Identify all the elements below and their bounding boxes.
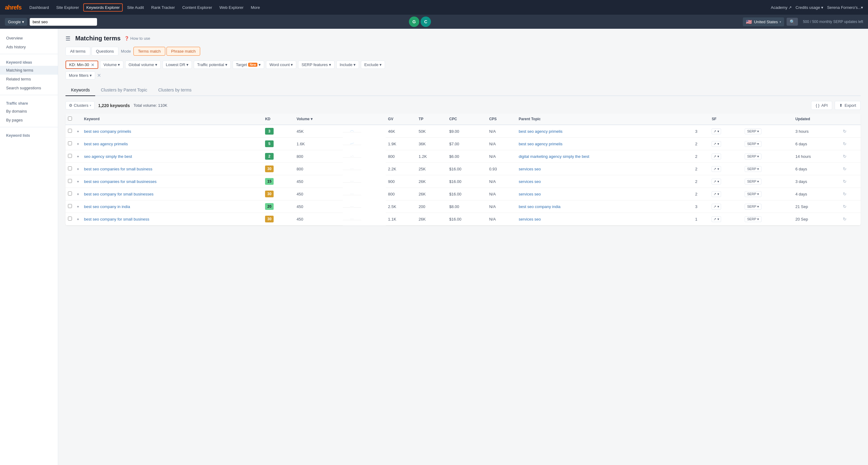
trend-btn-3[interactable]: ↗ ▾ bbox=[712, 166, 721, 172]
parent-topic-link-5[interactable]: services seo bbox=[519, 192, 541, 196]
filter-traffic-potential[interactable]: Traffic potential ▾ bbox=[194, 61, 231, 69]
engine-selector[interactable]: Google ▾ bbox=[5, 18, 27, 26]
sidebar-item-overview[interactable]: Overview bbox=[0, 34, 58, 42]
export-button[interactable]: ⬆ Export bbox=[835, 101, 861, 110]
nav-content-explorer[interactable]: Content Explorer bbox=[179, 3, 215, 12]
serp-btn-5[interactable]: SERP ▾ bbox=[745, 191, 762, 197]
trend-btn-5[interactable]: ↗ ▾ bbox=[712, 191, 721, 197]
serp-btn-3[interactable]: SERP ▾ bbox=[745, 166, 762, 172]
parent-topic-link-3[interactable]: services seo bbox=[519, 167, 541, 171]
nav-academy[interactable]: Academy ↗ bbox=[771, 5, 792, 10]
sidebar-item-ads-history[interactable]: Ads history bbox=[0, 42, 58, 52]
row-checkbox-5[interactable] bbox=[68, 192, 72, 196]
serp-btn-2[interactable]: SERP ▾ bbox=[745, 154, 762, 159]
kd-filter-remove[interactable]: ✕ bbox=[91, 63, 95, 67]
sidebar-item-matching-terms[interactable]: Matching terms bbox=[0, 66, 58, 75]
row-checkbox-6[interactable] bbox=[68, 204, 72, 208]
filter-lowest-dr[interactable]: Lowest DR ▾ bbox=[162, 61, 192, 69]
parent-topic-link-6[interactable]: best seo company india bbox=[519, 204, 561, 209]
refresh-btn-3[interactable]: ↻ bbox=[843, 166, 846, 171]
row-checkbox-3[interactable] bbox=[68, 166, 72, 170]
refresh-btn-0[interactable]: ↻ bbox=[843, 129, 846, 134]
add-keyword-btn-0[interactable]: + bbox=[74, 125, 82, 138]
keyword-link-4[interactable]: best seo companies for small businesses bbox=[84, 179, 157, 184]
nav-rank-tracker[interactable]: Rank Tracker bbox=[148, 3, 178, 12]
trend-btn-7[interactable]: ↗ ▾ bbox=[712, 216, 721, 222]
nav-dashboard[interactable]: Dashboard bbox=[26, 3, 52, 12]
how-to-use[interactable]: ❓ How to use bbox=[124, 36, 150, 41]
parent-topic-link-2[interactable]: digital marketing agency simply the best bbox=[519, 154, 589, 159]
row-checkbox-0[interactable] bbox=[68, 129, 72, 133]
add-keyword-btn-5[interactable]: + bbox=[74, 188, 82, 200]
row-checkbox-2[interactable] bbox=[68, 154, 72, 158]
filter-serp-features[interactable]: SERP features ▾ bbox=[298, 61, 334, 69]
inner-tab-clusters-parent[interactable]: Clusters by Parent Topic bbox=[95, 85, 152, 96]
add-keyword-btn-3[interactable]: + bbox=[74, 163, 82, 175]
sidebar-item-related-terms[interactable]: Related terms bbox=[0, 75, 58, 84]
add-keyword-btn-4[interactable]: + bbox=[74, 175, 82, 188]
keyword-link-3[interactable]: best seo companies for small business bbox=[84, 167, 152, 171]
row-checkbox-7[interactable] bbox=[68, 217, 72, 221]
logo[interactable]: ahrefs bbox=[5, 4, 22, 11]
filter-global-volume[interactable]: Global volume ▾ bbox=[125, 61, 161, 69]
search-button[interactable]: 🔍 bbox=[786, 18, 798, 26]
trend-btn-0[interactable]: ↗ ▾ bbox=[712, 129, 721, 134]
add-keyword-btn-2[interactable]: + bbox=[74, 150, 82, 163]
filter-exclude[interactable]: Exclude ▾ bbox=[361, 61, 385, 69]
row-checkbox-1[interactable] bbox=[68, 141, 72, 145]
serp-btn-4[interactable]: SERP ▾ bbox=[745, 179, 762, 185]
sidebar-item-by-pages[interactable]: By pages bbox=[0, 115, 58, 125]
trend-btn-4[interactable]: ↗ ▾ bbox=[712, 179, 721, 185]
nav-user[interactable]: Serena Fornero's...▾ bbox=[827, 5, 863, 10]
col-volume[interactable]: Volume ▾ bbox=[294, 113, 343, 125]
filter-target[interactable]: Target New ▾ bbox=[232, 61, 265, 69]
filter-volume[interactable]: Volume ▾ bbox=[100, 61, 123, 69]
parent-topic-link-7[interactable]: services seo bbox=[519, 217, 541, 222]
hamburger-icon[interactable]: ☰ bbox=[65, 35, 70, 42]
tab-phrase-match[interactable]: Phrase match bbox=[166, 47, 200, 56]
nav-keywords-explorer[interactable]: Keywords Explorer bbox=[83, 3, 123, 12]
keyword-link-2[interactable]: seo agency simply the best bbox=[84, 154, 132, 159]
clusters-button[interactable]: ⚙ Clusters ▾ bbox=[65, 101, 95, 109]
filter-word-count[interactable]: Word count ▾ bbox=[266, 61, 296, 69]
sidebar-item-search-suggestions[interactable]: Search suggestions bbox=[0, 84, 58, 92]
refresh-btn-6[interactable]: ↻ bbox=[843, 204, 846, 209]
filter-more[interactable]: More filters ▾ bbox=[65, 71, 95, 79]
refresh-btn-2[interactable]: ↻ bbox=[843, 154, 846, 159]
filter-include[interactable]: Include ▾ bbox=[336, 61, 359, 69]
tab-questions[interactable]: Questions bbox=[92, 47, 119, 56]
inner-tab-clusters-terms[interactable]: Clusters by terms bbox=[153, 85, 197, 96]
nav-web-explorer[interactable]: Web Explorer bbox=[216, 3, 247, 12]
keyword-link-7[interactable]: best seo company for small business bbox=[84, 217, 149, 222]
add-keyword-btn-7[interactable]: + bbox=[74, 213, 82, 226]
parent-topic-link-4[interactable]: services seo bbox=[519, 179, 541, 184]
trend-btn-1[interactable]: ↗ ▾ bbox=[712, 141, 721, 147]
parent-topic-link-0[interactable]: best seo agency primelis bbox=[519, 129, 562, 134]
inner-tab-keywords[interactable]: Keywords bbox=[65, 85, 95, 96]
refresh-btn-1[interactable]: ↻ bbox=[843, 141, 846, 146]
refresh-btn-5[interactable]: ↻ bbox=[843, 192, 846, 196]
serp-btn-7[interactable]: SERP ▾ bbox=[745, 216, 762, 222]
refresh-btn-4[interactable]: ↻ bbox=[843, 179, 846, 184]
kd-filter-chip[interactable]: KD: Min-30 ✕ bbox=[65, 61, 98, 69]
row-checkbox-4[interactable] bbox=[68, 179, 72, 183]
search-input[interactable] bbox=[30, 18, 97, 26]
serp-btn-0[interactable]: SERP ▾ bbox=[745, 129, 762, 134]
keyword-link-1[interactable]: best seo agency primelis bbox=[84, 142, 128, 146]
serp-btn-6[interactable]: SERP ▾ bbox=[745, 204, 762, 209]
api-button[interactable]: { } API bbox=[811, 101, 832, 110]
tab-terms-match[interactable]: Terms match bbox=[133, 47, 165, 56]
sidebar-item-by-domains[interactable]: By domains bbox=[0, 107, 58, 115]
serp-btn-1[interactable]: SERP ▾ bbox=[745, 141, 762, 147]
add-keyword-btn-6[interactable]: + bbox=[74, 200, 82, 213]
trend-btn-2[interactable]: ↗ ▾ bbox=[712, 154, 721, 159]
nav-site-audit[interactable]: Site Audit bbox=[124, 3, 147, 12]
nav-credits[interactable]: Credits usage ▾ bbox=[796, 5, 823, 10]
keyword-link-6[interactable]: best seo company in india bbox=[84, 204, 130, 209]
country-selector[interactable]: 🇺🇸 United States ▾ bbox=[743, 18, 784, 26]
nav-site-explorer[interactable]: Site Explorer bbox=[53, 3, 82, 12]
keyword-link-0[interactable]: best seo company primelis bbox=[84, 129, 131, 134]
add-keyword-btn-1[interactable]: + bbox=[74, 138, 82, 150]
select-all-checkbox[interactable] bbox=[68, 117, 72, 121]
clear-filters-btn[interactable]: ✕ bbox=[97, 72, 101, 78]
